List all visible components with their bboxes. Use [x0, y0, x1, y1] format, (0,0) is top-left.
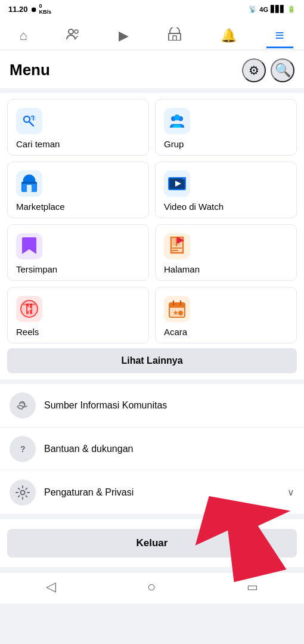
nav-menu[interactable]: ≡: [266, 24, 293, 48]
grid-item-cari-teman[interactable]: Cari teman: [7, 99, 149, 156]
svg-rect-24: [176, 237, 177, 246]
status-bar: 11.20 ⏺ 0KB/s 📡 4G ▋▋▋ 🔋: [0, 0, 304, 19]
watch-icon: ▶: [119, 28, 129, 44]
friends-icon: [66, 27, 80, 44]
cari-teman-icon: [16, 108, 42, 134]
list-item-bantuan[interactable]: ? Bantuan & dukungan: [0, 428, 304, 471]
battery-icon: 🔋: [287, 5, 296, 13]
sumber-informasi-label: Sumber Informasi Komunitas: [44, 400, 294, 411]
status-time: 11.20: [8, 5, 28, 14]
grid-item-tersimpan[interactable]: Tersimpan: [7, 224, 149, 281]
svg-line-5: [30, 122, 34, 126]
bantuan-icon: ?: [10, 436, 36, 462]
svg-point-1: [75, 30, 78, 33]
pengaturan-icon: [10, 479, 36, 506]
recording-icon: ⏺: [30, 6, 37, 13]
svg-rect-31: [23, 304, 36, 305]
grid-item-video-di-watch[interactable]: Video di Watch: [155, 162, 297, 218]
signal-4g: 4G: [259, 6, 268, 13]
nav-bell[interactable]: 🔔: [212, 24, 245, 47]
recents-button[interactable]: ▭: [247, 580, 258, 594]
marketplace-grid-icon: [16, 171, 42, 197]
nav-friends[interactable]: [57, 24, 88, 48]
svg-rect-36: [169, 305, 185, 308]
svg-rect-14: [21, 182, 37, 184]
nav-home[interactable]: ⌂: [11, 24, 35, 47]
grup-label: Grup: [164, 139, 184, 149]
grid-item-acara[interactable]: ★ Acara: [155, 287, 297, 343]
nav-bar: ⌂ ▶ 🔔 ≡: [0, 19, 304, 50]
grid-item-marketplace[interactable]: Marketplace: [7, 162, 149, 218]
acara-label: Acara: [164, 327, 187, 337]
data-speed: 0KB/s: [39, 4, 52, 16]
tersimpan-icon: [16, 233, 42, 259]
marketplace-icon: [167, 27, 182, 44]
tersimpan-label: Tersimpan: [16, 264, 57, 274]
nav-watch[interactable]: ▶: [110, 24, 137, 47]
chevron-icon: ∨: [287, 487, 294, 498]
svg-text:★: ★: [173, 309, 179, 316]
acara-icon: ★: [164, 296, 190, 322]
reels-label: Reels: [16, 327, 39, 337]
halaman-icon: [164, 233, 190, 259]
menu-grid-section: Cari teman Grup: [0, 93, 304, 379]
cari-teman-label: Cari teman: [16, 139, 60, 149]
grid-item-reels[interactable]: Reels: [7, 287, 149, 343]
bottom-bar: ◁ ○ ▭: [0, 572, 304, 603]
logout-section: Keluar: [0, 519, 304, 567]
home-circle-button[interactable]: ○: [147, 578, 156, 595]
svg-point-10: [174, 114, 180, 120]
video-watch-label: Video di Watch: [164, 202, 224, 212]
menu-title: Menu: [10, 61, 50, 79]
reels-icon: [16, 296, 42, 322]
back-button[interactable]: ◁: [46, 579, 56, 595]
svg-point-40: [178, 311, 183, 315]
menu-grid: Cari teman Grup: [7, 99, 297, 343]
menu-header: Menu ⚙ 🔍: [0, 50, 304, 88]
svg-point-41: [21, 402, 24, 404]
list-item-sumber-informasi[interactable]: Sumber Informasi Komunitas: [0, 384, 304, 428]
nav-marketplace[interactable]: [159, 24, 190, 48]
search-button[interactable]: 🔍: [271, 58, 294, 82]
grid-item-grup[interactable]: Grup: [155, 99, 297, 156]
cast-icon: 📡: [249, 5, 257, 13]
bell-icon: 🔔: [221, 28, 237, 44]
grid-item-halaman[interactable]: Halaman: [155, 224, 297, 281]
marketplace-label: Marketplace: [16, 202, 65, 212]
list-section: Sumber Informasi Komunitas ? Bantuan & d…: [0, 384, 304, 515]
pengaturan-label: Pengaturan & Privasi: [44, 487, 287, 498]
svg-rect-3: [173, 36, 176, 41]
svg-point-0: [69, 29, 73, 34]
home-icon: ⌂: [19, 28, 27, 44]
menu-icon: ≡: [275, 27, 284, 43]
svg-text:?: ?: [20, 444, 26, 454]
svg-rect-2: [169, 33, 181, 41]
signal-bars: ▋▋▋: [271, 5, 285, 13]
halaman-label: Halaman: [164, 264, 200, 274]
svg-rect-13: [27, 185, 32, 192]
video-watch-icon: [164, 171, 190, 197]
header-icon-group: ⚙ 🔍: [242, 58, 294, 82]
settings-button[interactable]: ⚙: [242, 58, 266, 82]
bantuan-label: Bantuan & dukungan: [44, 444, 294, 454]
svg-rect-18: [182, 177, 186, 179]
svg-point-4: [24, 116, 30, 122]
grup-icon: [164, 108, 190, 134]
logout-button[interactable]: Keluar: [7, 529, 297, 558]
sumber-informasi-icon: [10, 392, 36, 419]
list-item-pengaturan[interactable]: Pengaturan & Privasi ∨: [0, 471, 304, 515]
see-more-button[interactable]: Lihat Lainnya: [7, 348, 297, 373]
